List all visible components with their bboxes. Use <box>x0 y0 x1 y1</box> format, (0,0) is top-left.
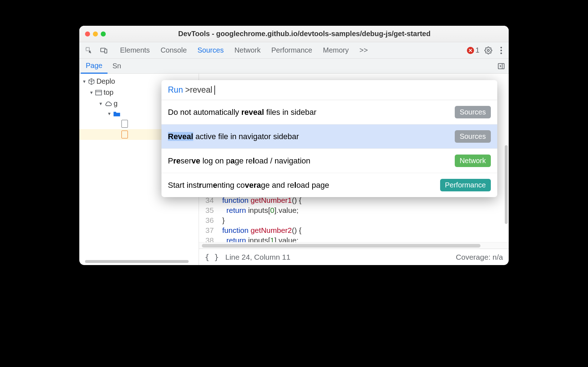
more-icon[interactable] <box>497 47 505 54</box>
tab-memory[interactable]: Memory <box>323 43 349 58</box>
tab-performance[interactable]: Performance <box>271 43 313 58</box>
panel-tabs: Elements Console Sources Network Perform… <box>120 43 368 58</box>
cube-icon <box>88 78 95 85</box>
tabs-overflow[interactable]: >> <box>359 43 368 58</box>
svg-point-4 <box>500 47 502 48</box>
command-item[interactable]: Start instrumenting coverage and reload … <box>161 173 497 197</box>
text-cursor <box>214 85 215 95</box>
command-item-badge: Performance <box>440 179 491 191</box>
command-item-label: Reveal active file in navigator sidebar <box>168 132 299 141</box>
command-item-badge: Sources <box>455 130 491 143</box>
settings-icon[interactable] <box>484 47 492 54</box>
minimize-window-button[interactable] <box>93 31 98 36</box>
format-braces-icon[interactable]: { } <box>205 253 219 261</box>
window-icon <box>95 89 102 96</box>
command-item[interactable]: Do not automatically reveal files in sid… <box>161 100 497 124</box>
toggle-sidebar-icon[interactable] <box>497 62 505 70</box>
window-title: DevTools - googlechrome.github.io/devtoo… <box>106 30 503 38</box>
tab-network[interactable]: Network <box>234 43 260 58</box>
status-bar: { } Line 24, Column 11 Coverage: n/a <box>199 249 509 265</box>
zoom-window-button[interactable] <box>101 31 106 36</box>
command-item-label: Do not automatically reveal files in sid… <box>168 108 317 117</box>
cursor-position: Line 24, Column 11 <box>225 253 290 261</box>
command-input[interactable]: Run >reveal <box>161 80 497 100</box>
devtools-window: DevTools - googlechrome.github.io/devtoo… <box>79 26 509 265</box>
inspect-element-icon[interactable] <box>85 47 93 54</box>
tree-label: g <box>114 99 118 108</box>
command-item-badge: Network <box>455 155 491 167</box>
tab-elements[interactable]: Elements <box>120 43 150 58</box>
main-toolbar: Elements Console Sources Network Perform… <box>79 42 509 59</box>
command-item[interactable]: Reveal active file in navigator sidebarS… <box>161 124 497 149</box>
cloud-icon <box>104 101 112 107</box>
traffic-lights <box>85 31 106 36</box>
tree-label: Deplo <box>96 77 115 85</box>
close-window-button[interactable] <box>85 31 90 36</box>
svg-point-5 <box>500 49 502 51</box>
error-icon: ✕ <box>467 47 474 54</box>
file-icon <box>121 120 128 128</box>
subtab-page[interactable]: Page <box>81 59 108 74</box>
vertical-scrollbar[interactable] <box>505 145 508 224</box>
command-item-badge: Sources <box>455 106 491 118</box>
subtab-snippets[interactable]: Sn <box>108 59 126 73</box>
svg-rect-0 <box>86 47 89 50</box>
folder-icon <box>113 111 121 117</box>
run-prefix: Run <box>168 85 183 95</box>
command-item[interactable]: Preserve log on page reload / navigation… <box>161 149 497 173</box>
svg-rect-7 <box>498 63 504 69</box>
svg-rect-9 <box>96 90 102 95</box>
svg-point-6 <box>500 52 502 54</box>
coverage-label: Coverage: n/a <box>456 253 503 261</box>
device-toolbar-icon[interactable] <box>100 47 108 54</box>
command-item-label: Preserve log on page reload / navigation <box>168 156 310 166</box>
tab-console[interactable]: Console <box>160 43 186 58</box>
file-icon <box>121 131 128 138</box>
sources-subbar: Page Sn <box>79 59 509 74</box>
command-item-label: Start instrumenting coverage and reload … <box>168 181 329 190</box>
titlebar: DevTools - googlechrome.github.io/devtoo… <box>79 26 509 42</box>
editor-hscrollbar[interactable] <box>199 242 509 249</box>
error-count: 1 <box>475 46 479 54</box>
svg-rect-2 <box>105 49 107 53</box>
command-palette: Run >reveal Do not automatically reveal … <box>161 80 497 197</box>
command-query: >reveal <box>185 85 212 95</box>
error-badge[interactable]: ✕ 1 <box>467 46 479 54</box>
tab-sources[interactable]: Sources <box>198 43 224 58</box>
tree-label: top <box>104 88 114 97</box>
svg-point-3 <box>487 49 489 52</box>
toolbar-right: ✕ 1 <box>467 46 505 54</box>
sidebar-hscrollbar[interactable] <box>85 260 189 263</box>
